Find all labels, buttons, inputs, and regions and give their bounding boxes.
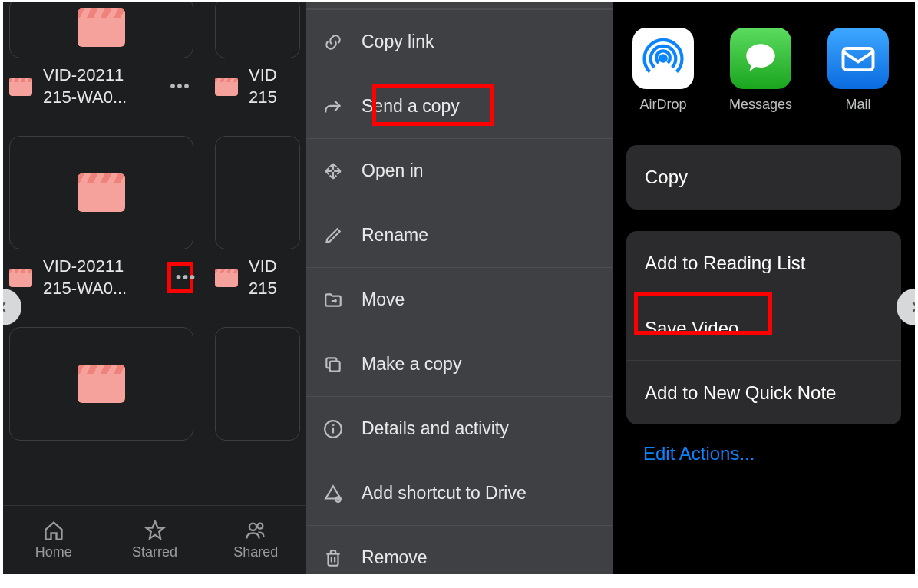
share-mail[interactable]: Mail [827, 28, 889, 113]
open-in-icon [323, 161, 362, 181]
action-quick-note[interactable]: Add to New Quick Note [626, 360, 901, 424]
ios-share-sheet: AirDrop Messages Mail Copy Add t [613, 2, 915, 574]
share-label: Messages [729, 97, 792, 113]
svg-rect-12 [844, 48, 873, 70]
svg-point-1 [258, 524, 263, 529]
tab-label: Home [35, 544, 72, 560]
video-file-icon [9, 78, 32, 96]
edit-actions-link[interactable]: Edit Actions... [613, 424, 915, 464]
video-file-icon [215, 78, 238, 96]
action-reading-list[interactable]: Add to Reading List [626, 231, 901, 296]
svg-point-11 [659, 54, 668, 63]
svg-point-5 [332, 424, 333, 425]
file-card[interactable] [9, 2, 193, 58]
menu-label: Make a copy [362, 354, 613, 375]
video-file-icon [9, 269, 32, 287]
folder-move-icon [323, 290, 362, 310]
file-card[interactable] [215, 327, 300, 441]
menu-rename[interactable]: Rename [306, 203, 613, 267]
menu-label: Copy link [362, 31, 613, 52]
share-targets-row: AirDrop Messages Mail [613, 2, 915, 113]
star-icon [144, 520, 166, 541]
file-name: VID 215 [249, 256, 300, 299]
file-name: VID-20211 215-WA0... [43, 256, 167, 299]
video-file-icon [215, 269, 238, 287]
menu-remove[interactable]: Remove [306, 525, 613, 574]
file-name: VID-20211 215-WA0... [43, 64, 167, 108]
menu-label: Add shortcut to Drive [362, 483, 613, 504]
messages-icon [730, 28, 791, 89]
file-actions-menu: Copy link Send a copy Open in Rename Mov… [306, 2, 613, 574]
file-name: VID 215 [249, 64, 300, 108]
video-file-icon [78, 365, 125, 403]
tab-label: Shared [233, 544, 278, 560]
share-arrow-icon [323, 97, 362, 117]
video-file-icon [78, 173, 125, 212]
highlight-send-copy [372, 84, 494, 126]
share-messages[interactable]: Messages [729, 28, 792, 113]
drive-shortcut-icon [323, 484, 362, 504]
menu-label: Open in [362, 160, 613, 181]
menu-make-copy[interactable]: Make a copy [306, 332, 613, 396]
file-card[interactable] [9, 327, 193, 441]
svg-rect-2 [330, 361, 340, 371]
action-label: Copy [645, 167, 688, 188]
share-label: AirDrop [639, 97, 686, 113]
trash-icon [323, 548, 362, 568]
menu-copy-link[interactable]: Copy link [306, 9, 613, 74]
menu-move[interactable]: Move [306, 267, 613, 332]
menu-label: Move [362, 289, 613, 310]
mail-icon [827, 28, 889, 89]
menu-add-shortcut[interactable]: Add shortcut to Drive [306, 461, 613, 525]
tab-home[interactable]: Home [3, 506, 104, 574]
action-copy[interactable]: Copy [626, 145, 901, 210]
video-file-icon [78, 8, 125, 47]
menu-label: Remove [362, 547, 613, 568]
tab-shared[interactable]: Shared [205, 506, 306, 574]
people-icon [245, 520, 266, 541]
menu-label: Details and activity [362, 418, 613, 439]
link-icon [323, 32, 362, 52]
more-icon[interactable]: ••• [167, 78, 193, 95]
action-label: Add to New Quick Note [645, 382, 836, 404]
edit-actions-label: Edit Actions... [643, 443, 755, 464]
file-card[interactable] [215, 2, 300, 58]
drive-grid-view: VID-20211 215-WA0... ••• VID 215 [3, 2, 306, 574]
pencil-icon [323, 226, 362, 246]
home-icon [43, 520, 64, 541]
menu-details[interactable]: Details and activity [306, 396, 613, 461]
share-airdrop[interactable]: AirDrop [632, 28, 694, 113]
copy-icon [323, 355, 362, 375]
file-card[interactable] [9, 136, 193, 249]
menu-open-in[interactable]: Open in [306, 138, 613, 203]
highlight-save-video [634, 292, 772, 335]
bottom-tabbar: Home Starred Shared [3, 505, 306, 574]
info-icon [323, 419, 362, 439]
action-group: Copy [626, 145, 901, 210]
menu-label: Rename [362, 225, 613, 246]
tab-starred[interactable]: Starred [104, 506, 206, 574]
more-icon[interactable]: ••• [167, 262, 193, 293]
share-label: Mail [846, 97, 871, 113]
airdrop-icon [632, 28, 694, 89]
action-label: Add to Reading List [645, 253, 805, 274]
file-card[interactable] [215, 136, 300, 249]
tab-label: Starred [132, 544, 177, 560]
svg-point-0 [249, 524, 256, 530]
